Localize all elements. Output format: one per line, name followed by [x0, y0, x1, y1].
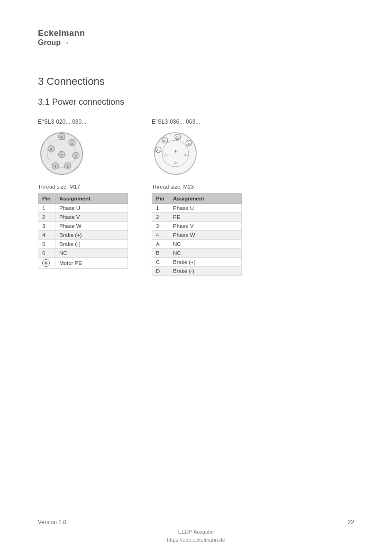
- svg-text:3: 3: [67, 165, 69, 168]
- left-table-assignment-4: Brake (-): [55, 240, 128, 249]
- logo-area: Eckelmann Group →: [38, 28, 354, 47]
- right-table-assignment-3: Phase W: [169, 231, 242, 240]
- logo-group-text: Group: [38, 38, 61, 47]
- left-table-assignment-6: Motor PE: [55, 258, 128, 269]
- right-table-pin-5: B: [152, 249, 169, 258]
- right-table-assignment-6: Brake (+): [169, 258, 242, 267]
- right-table-pin-2: 3: [152, 222, 169, 231]
- right-table-assignment-7: Brake (-): [169, 267, 242, 276]
- connectors-row: E°SL3-020...-030... ⊕ 1 2: [38, 118, 354, 276]
- connector-left-table: Pin Assignment 1Phase U2Phase V3Phase W4…: [38, 193, 128, 269]
- left-table-assignment-0: Phase U: [55, 204, 128, 213]
- right-table-assignment-0: Phase U: [169, 204, 242, 213]
- svg-text:D○: D○: [187, 142, 191, 145]
- left-table-assignment-2: Phase W: [55, 222, 128, 231]
- svg-text:1: 1: [71, 142, 73, 145]
- heading-connections: 3 Connections: [38, 75, 354, 88]
- svg-text:5: 5: [61, 154, 63, 157]
- left-table-pin-1: 2: [38, 213, 55, 222]
- connector-right-table: Pin Assignment 1Phase U2PE3Phase V4Phase…: [152, 193, 242, 276]
- connector-left-section: E°SL3-020...-030... ⊕ 1 2: [38, 118, 133, 269]
- right-table-assignment-4: NC: [169, 240, 242, 249]
- svg-text:6: 6: [50, 148, 52, 151]
- right-table-assignment-1: PE: [169, 213, 242, 222]
- right-table-pin-7: D: [152, 267, 169, 276]
- left-table-assignment-3: Brake (+): [55, 231, 128, 240]
- svg-text:⊕: ⊕: [60, 136, 63, 139]
- connector-left-label: E°SL3-020...-030...: [38, 118, 133, 125]
- logo-group: Group →: [38, 38, 354, 47]
- footer-version: Version 2.0: [38, 519, 66, 526]
- right-table-pin-4: A: [152, 240, 169, 249]
- connector-right-label: E°SL3-036...-063...: [152, 118, 246, 125]
- right-table-assignment-5: NC: [169, 249, 242, 258]
- footer: Version 2.0 22: [38, 519, 354, 526]
- left-table-assignment-5: NC: [55, 249, 128, 258]
- left-table-pin-5: 6: [38, 249, 55, 258]
- svg-text:3○: 3○: [184, 154, 188, 157]
- left-table-assignment-1: Phase V: [55, 213, 128, 222]
- connector-right-diagram: B○ C○ A○ D○ 1○ 4○ 3○: [152, 130, 246, 177]
- right-table-pin-3: 4: [152, 231, 169, 240]
- connector-left-thread: Thread size: M17: [38, 184, 133, 190]
- left-table-pin-3: 4: [38, 231, 55, 240]
- svg-text:1○: 1○: [164, 154, 168, 157]
- left-table-pin-2: 3: [38, 222, 55, 231]
- logo-arrow-icon: →: [63, 38, 70, 47]
- page: Eckelmann Group → 3 Connections 3.1 Powe…: [0, 0, 392, 554]
- svg-text:4: 4: [55, 165, 56, 168]
- heading-power-connections: 3.1 Power connections: [38, 97, 354, 107]
- left-table-header-assignment: Assignment: [55, 194, 128, 204]
- right-table-assignment-2: Phase V: [169, 222, 242, 231]
- svg-text:4○: 4○: [174, 150, 178, 153]
- right-table-pin-1: 2: [152, 213, 169, 222]
- svg-text:2○: 2○: [174, 161, 178, 164]
- svg-text:C○: C○: [176, 136, 180, 139]
- right-table-pin-0: 1: [152, 204, 169, 213]
- right-table-header-pin: Pin: [152, 194, 169, 204]
- bottom-center: EEDP Ausgabe https://edp.eckelmann.de: [0, 528, 392, 545]
- right-table-pin-6: C: [152, 258, 169, 267]
- left-table-pin-6: ⊕: [38, 258, 55, 269]
- bottom-line1: EEDP Ausgabe: [0, 528, 392, 536]
- left-table-pin-0: 1: [38, 204, 55, 213]
- svg-text:A○: A○: [156, 149, 160, 152]
- bottom-line2: https://edp.eckelmann.de: [0, 536, 392, 545]
- left-table-pin-4: 5: [38, 240, 55, 249]
- connector-left-diagram: ⊕ 1 2 3 4 5: [38, 130, 133, 177]
- footer-page: 22: [348, 519, 354, 526]
- connector-right-thread: Thread size: M23: [152, 184, 246, 190]
- logo-eckelmann: Eckelmann: [38, 28, 354, 38]
- svg-text:B○: B○: [163, 139, 167, 143]
- right-table-header-assignment: Assignment: [169, 194, 242, 204]
- connector-right-section: E°SL3-036...-063... B○ C○ A○: [152, 118, 246, 276]
- svg-text:2: 2: [75, 154, 77, 158]
- left-table-header-pin: Pin: [38, 194, 55, 204]
